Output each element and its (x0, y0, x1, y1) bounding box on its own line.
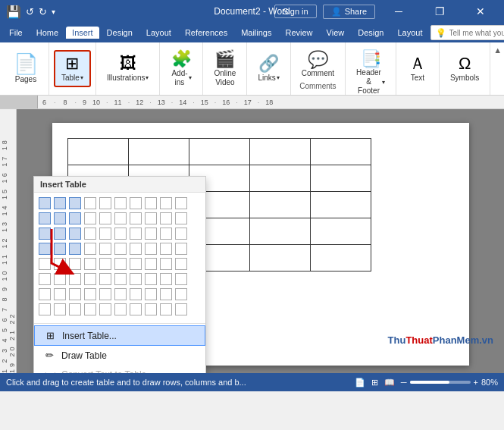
grid-cell[interactable] (130, 258, 142, 270)
read-mode-icon[interactable]: 📖 (384, 378, 395, 388)
draw-table-item[interactable]: ✏ Draw Table (34, 346, 205, 365)
grid-cell[interactable] (114, 228, 127, 240)
grid-cell[interactable] (99, 273, 111, 285)
grid-cell[interactable] (160, 212, 172, 224)
grid-cell[interactable] (114, 197, 127, 209)
grid-cell[interactable] (84, 197, 96, 209)
grid-cell[interactable] (99, 258, 111, 270)
grid-cell[interactable] (99, 212, 111, 224)
minimize-button[interactable]: ─ (381, 0, 416, 23)
grid-cell[interactable] (99, 197, 111, 209)
addins-button[interactable]: 🧩 Add-ins ▾ (164, 47, 198, 89)
grid-cell[interactable] (145, 197, 157, 209)
close-button[interactable]: ✕ (463, 0, 498, 23)
grid-cell[interactable] (160, 243, 172, 255)
grid-cell[interactable] (84, 288, 96, 300)
grid-cell[interactable] (130, 273, 142, 285)
grid-cell[interactable] (54, 273, 66, 285)
grid-cell[interactable] (175, 197, 187, 209)
grid-cell[interactable] (39, 197, 51, 209)
share-button[interactable]: 👤 Share (323, 5, 375, 19)
grid-cell[interactable] (175, 228, 187, 240)
grid-cell[interactable] (175, 288, 187, 300)
online-video-button[interactable]: 🎬 OnlineVideo (208, 47, 242, 89)
zoom-slider[interactable] (410, 381, 471, 384)
grid-cell[interactable] (114, 303, 127, 315)
table-grid-selector[interactable] (34, 193, 205, 322)
grid-cell[interactable] (69, 197, 81, 209)
grid-cell[interactable] (54, 212, 66, 224)
grid-cell[interactable] (175, 258, 187, 270)
menu-layout2[interactable]: Layout (391, 27, 428, 39)
menu-insert[interactable]: Insert (66, 27, 99, 39)
grid-cell[interactable] (130, 212, 142, 224)
grid-cell[interactable] (84, 243, 96, 255)
zoom-out-icon[interactable]: ─ (401, 378, 407, 387)
grid-cell[interactable] (160, 228, 172, 240)
menu-view[interactable]: View (321, 27, 351, 39)
grid-cell[interactable] (69, 258, 81, 270)
symbols-button[interactable]: Ω Symbols (444, 52, 485, 85)
undo-btn[interactable]: ↺ (26, 6, 34, 17)
links-button[interactable]: 🔗 Links ▾ (252, 52, 285, 85)
grid-cell[interactable] (175, 243, 187, 255)
grid-cell[interactable] (54, 288, 66, 300)
grid-cell[interactable] (54, 228, 66, 240)
menu-home[interactable]: Home (30, 27, 64, 39)
grid-cell[interactable] (114, 212, 127, 224)
grid-cell[interactable] (160, 273, 172, 285)
table-button[interactable]: ⊞ Table ▾ (54, 50, 91, 86)
grid-cell[interactable] (145, 258, 157, 270)
grid-cell[interactable] (54, 258, 66, 270)
grid-cell[interactable] (69, 288, 81, 300)
grid-cell[interactable] (175, 303, 187, 315)
grid-cell[interactable] (145, 212, 157, 224)
grid-cell[interactable] (114, 288, 127, 300)
grid-cell[interactable] (130, 228, 142, 240)
grid-cell[interactable] (99, 243, 111, 255)
tell-me-field[interactable] (449, 29, 504, 37)
grid-cell[interactable] (54, 243, 66, 255)
menu-design[interactable]: Design (101, 27, 139, 39)
grid-cell[interactable] (39, 303, 51, 315)
grid-cell[interactable] (69, 243, 81, 255)
grid-cell[interactable] (175, 212, 187, 224)
grid-cell[interactable] (114, 243, 127, 255)
grid-cell[interactable] (39, 212, 51, 224)
menu-mailings[interactable]: Mailings (235, 27, 277, 39)
comment-button[interactable]: 💬 Comment (296, 48, 340, 81)
redo-btn[interactable]: ↻ (39, 6, 47, 17)
menu-design2[interactable]: Design (352, 27, 390, 39)
menu-file[interactable]: File (3, 27, 29, 39)
grid-cell[interactable] (145, 228, 157, 240)
grid-cell[interactable] (99, 303, 111, 315)
grid-cell[interactable] (99, 228, 111, 240)
grid-cell[interactable] (69, 273, 81, 285)
grid-cell[interactable] (160, 288, 172, 300)
grid-cell[interactable] (69, 228, 81, 240)
insert-table-item[interactable]: ⊞ Insert Table... (34, 325, 205, 346)
grid-cell[interactable] (130, 243, 142, 255)
grid-cell[interactable] (114, 273, 127, 285)
ribbon-collapse-btn[interactable]: ▲ (490, 42, 504, 58)
grid-cell[interactable] (69, 212, 81, 224)
pages-button[interactable]: 📄 Pages (8, 50, 44, 87)
grid-cell[interactable] (145, 303, 157, 315)
page-view-icon[interactable]: 📄 (355, 378, 365, 388)
grid-cell[interactable] (99, 288, 111, 300)
menu-references[interactable]: References (179, 27, 233, 39)
grid-cell[interactable] (39, 243, 51, 255)
grid-cell[interactable] (39, 273, 51, 285)
grid-cell[interactable] (130, 197, 142, 209)
illustrations-button[interactable]: 🖼 Illustrations ▾ (101, 52, 155, 85)
zoom-in-icon[interactable]: + (474, 378, 478, 387)
grid-view-icon[interactable]: ⊞ (371, 378, 378, 388)
restore-button[interactable]: ❐ (422, 0, 457, 23)
menu-review[interactable]: Review (280, 27, 319, 39)
grid-cell[interactable] (145, 243, 157, 255)
grid-cell[interactable] (175, 273, 187, 285)
grid-cell[interactable] (84, 258, 96, 270)
grid-cell[interactable] (130, 303, 142, 315)
grid-cell[interactable] (114, 258, 127, 270)
grid-cell[interactable] (84, 303, 96, 315)
